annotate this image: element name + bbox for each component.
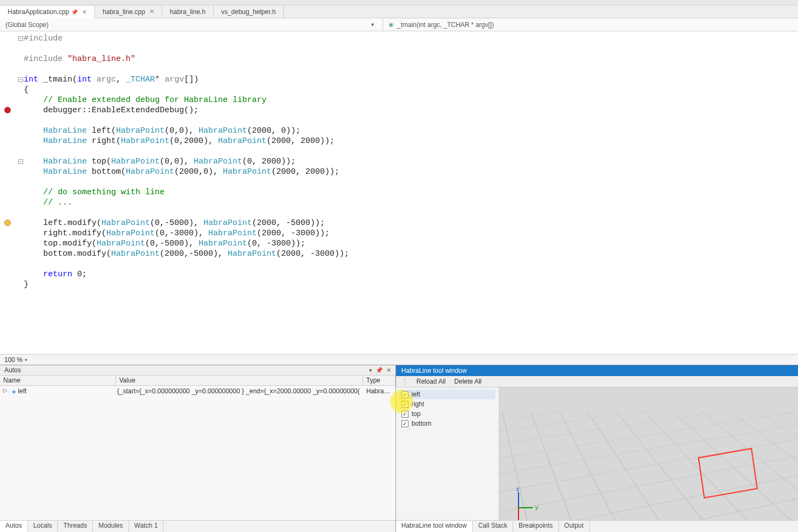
autos-bottom-tabs: Autos Locals Threads Modules Watch 1	[0, 520, 395, 532]
tab-habraapplication[interactable]: HabraApplication.cpp 📌 ✕	[0, 6, 95, 18]
zoom-dropdown[interactable]: 100 % ▾	[4, 356, 30, 364]
btab-modules[interactable]: Modules	[93, 521, 128, 532]
tab-label: habra_line.cpp	[103, 8, 145, 16]
col-name[interactable]: Name	[0, 376, 116, 385]
habraline-tool-window: HabraLine tool window ⋮ Reload All Delet…	[396, 365, 798, 532]
close-icon[interactable]: ✕	[149, 8, 154, 15]
axis-z-label: z	[516, 486, 520, 492]
code-area[interactable]: #include #include "habra_line.h" int _tm…	[24, 31, 798, 354]
var-type: HabraLin	[363, 386, 395, 396]
pin-icon[interactable]: 📌	[376, 367, 383, 374]
autos-title: Autos	[4, 366, 21, 374]
tool-window-toolbar: ⋮ Reload All Delete All	[396, 376, 798, 387]
navigation-dropdowns: (Global Scope) ▼ ◉ _tmain(int argc, _TCH…	[0, 18, 798, 31]
axis-y-label: y	[535, 504, 538, 510]
code-editor[interactable]: −−− #include #include "habra_line.h" int…	[0, 31, 798, 354]
col-value[interactable]: Value	[116, 376, 363, 385]
fold-toggle[interactable]: −	[18, 159, 23, 164]
close-icon[interactable]: ✕	[386, 367, 391, 374]
autos-panel: Autos ▾ 📌 ✕ Name Value Type ▷ ◈ left {_s…	[0, 365, 396, 532]
checkbox[interactable]: ✓	[401, 391, 408, 398]
tab-label: vs_debug_helper.h	[221, 8, 276, 16]
axis-z	[518, 492, 519, 507]
zoom-bar: 100 % ▾	[0, 354, 798, 365]
3d-viewport[interactable]: z y x	[499, 387, 798, 520]
breakpoint-icon[interactable]	[4, 107, 11, 113]
expand-icon[interactable]: ▷	[0, 386, 9, 396]
btab-watch1[interactable]: Watch 1	[129, 521, 164, 532]
top-toolbar-blur	[0, 0, 798, 5]
tool-window-body: ✓left✓right✓top✓bottom z y x	[396, 387, 798, 520]
pin-icon[interactable]: 📌	[71, 9, 78, 15]
delete-all-button[interactable]: Delete All	[454, 378, 482, 385]
autos-header: Autos ▾ 📌 ✕	[0, 365, 395, 376]
method-icon: ◉	[388, 21, 394, 28]
list-item[interactable]: ✓top	[399, 409, 495, 419]
close-icon[interactable]: ✕	[82, 9, 87, 16]
gutter[interactable]: −−−	[0, 31, 24, 354]
btab-breakpoints[interactable]: Breakpoints	[513, 521, 558, 532]
tab-habra-line-cpp[interactable]: habra_line.cpp ✕	[95, 5, 162, 18]
axis-x	[518, 507, 519, 520]
chevron-down-icon: ▼	[370, 22, 375, 28]
member-dropdown[interactable]: ◉ _tmain(int argc, _TCHAR * argv[])	[383, 18, 798, 31]
tab-label: HabraApplication.cpp	[8, 8, 69, 16]
table-row[interactable]: ▷ ◈ left {_start={_x=0.000000000 _y=0.00…	[0, 386, 395, 397]
col-type[interactable]: Type	[363, 376, 395, 385]
btab-habraline[interactable]: HabraLine tool window	[396, 521, 473, 532]
grip-icon[interactable]: ⋮	[401, 378, 408, 385]
current-line-icon[interactable]	[4, 220, 11, 226]
btab-locals[interactable]: Locals	[28, 521, 58, 532]
file-tabs: HabraApplication.cpp 📌 ✕ habra_line.cpp …	[0, 5, 798, 18]
tab-label: habra_line.h	[170, 8, 206, 16]
checkbox[interactable]: ✓	[401, 401, 408, 408]
axis-y	[518, 507, 533, 508]
tab-vs-debug-helper-h[interactable]: vs_debug_helper.h	[214, 5, 284, 18]
variable-icon: ◈	[12, 388, 16, 394]
item-label: bottom	[412, 420, 432, 427]
list-item[interactable]: ✓bottom	[399, 419, 495, 428]
bottom-panels: Autos ▾ 📌 ✕ Name Value Type ▷ ◈ left {_s…	[0, 365, 798, 532]
scope-dropdown[interactable]: (Global Scope) ▼	[0, 18, 383, 31]
reload-all-button[interactable]: Reload All	[417, 378, 446, 385]
item-label: top	[412, 410, 421, 418]
list-item[interactable]: ✓right	[399, 399, 495, 409]
zoom-value: 100 %	[4, 356, 23, 364]
autos-table-head: Name Value Type	[0, 376, 395, 386]
tool-window-bottom-tabs: HabraLine tool window Call Stack Breakpo…	[396, 520, 798, 532]
chevron-down-icon: ▾	[25, 357, 28, 363]
grid-floor	[499, 387, 798, 520]
btab-autos[interactable]: Autos	[0, 521, 28, 532]
object-list: ✓left✓right✓top✓bottom	[396, 387, 499, 520]
item-label: right	[412, 400, 424, 408]
fold-toggle[interactable]: −	[18, 36, 23, 41]
list-item[interactable]: ✓left	[399, 390, 495, 399]
var-value: {_start={_x=0.000000000 _y=0.000000000 }…	[114, 386, 363, 396]
btab-threads[interactable]: Threads	[58, 521, 93, 532]
btab-output[interactable]: Output	[559, 521, 590, 532]
scope-label: (Global Scope)	[5, 21, 49, 29]
tab-habra-line-h[interactable]: habra_line.h	[162, 5, 214, 18]
var-name: left	[18, 387, 26, 395]
checkbox[interactable]: ✓	[401, 420, 408, 427]
tool-window-title: HabraLine tool window	[396, 365, 798, 376]
fold-toggle[interactable]: −	[18, 77, 23, 82]
dropdown-icon[interactable]: ▾	[369, 367, 372, 374]
checkbox[interactable]: ✓	[401, 411, 408, 418]
btab-callstack[interactable]: Call Stack	[473, 521, 513, 532]
item-label: left	[412, 391, 420, 398]
member-label: _tmain(int argc, _TCHAR * argv[])	[397, 21, 494, 29]
